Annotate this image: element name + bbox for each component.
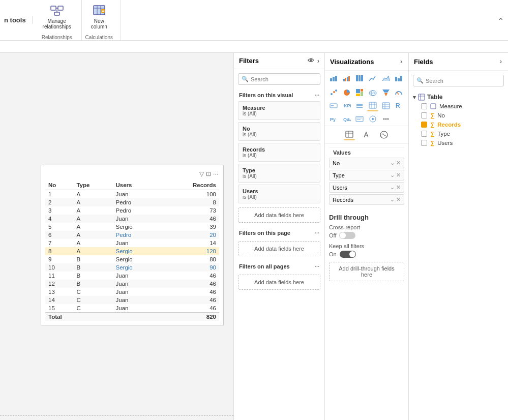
viz-python[interactable]: Py xyxy=(328,113,339,125)
table-row: 46 xyxy=(159,272,219,280)
value-chevron-icon[interactable]: ⌄ xyxy=(390,172,395,178)
all-pages-filters-dots[interactable]: ··· xyxy=(315,263,319,269)
viz-line[interactable] xyxy=(367,73,378,84)
value-remove-icon[interactable]: ✕ xyxy=(396,184,401,191)
viz-arcgis[interactable] xyxy=(367,113,378,125)
value-remove-icon[interactable]: ✕ xyxy=(396,160,401,166)
filter-name: No xyxy=(243,126,316,132)
viz-more[interactable] xyxy=(380,113,392,125)
visual-filters-dots[interactable]: ··· xyxy=(315,92,319,98)
field-item-no[interactable]: ∑ No xyxy=(413,111,504,120)
toolbar: n tools Managerelationships Relationship… xyxy=(0,0,508,41)
field-group-header-table[interactable]: ▾ Table xyxy=(413,93,504,102)
viz-r-visual[interactable]: R xyxy=(393,100,404,111)
viz-pie[interactable] xyxy=(341,87,352,98)
svg-line-37 xyxy=(397,92,399,95)
fields-panel-expand-icon[interactable]: › xyxy=(499,57,503,66)
filters-search-box[interactable]: 🔍 xyxy=(238,73,320,85)
value-row-val-no: No⌄✕ xyxy=(329,158,404,168)
svg-rect-55 xyxy=(356,116,363,122)
field-checkbox[interactable] xyxy=(421,140,427,146)
viz-funnel[interactable] xyxy=(380,87,392,98)
field-item-measure[interactable]: Measure xyxy=(413,102,504,111)
svg-rect-22 xyxy=(395,77,397,81)
viz-gauge[interactable] xyxy=(393,87,404,98)
filter-icon[interactable]: ▽ xyxy=(199,170,204,177)
table-visual-header: ▽ ⊡ ··· xyxy=(45,169,219,178)
filter-value: is (All) xyxy=(243,132,316,137)
svg-point-62 xyxy=(387,118,389,120)
viz-clustered-bar[interactable] xyxy=(341,73,352,84)
collapse-ribbon-button[interactable]: ⌃ xyxy=(497,16,504,26)
filters-visibility-icon[interactable]: 👁 xyxy=(308,57,314,65)
filter-card-no[interactable]: Nois (All) xyxy=(238,122,320,141)
build-visual-analytics-icon[interactable] xyxy=(378,129,390,140)
filters-search-input[interactable] xyxy=(251,76,317,82)
svg-rect-44 xyxy=(369,102,376,108)
focus-icon[interactable]: ⊡ xyxy=(206,170,211,177)
cross-report-toggle[interactable] xyxy=(339,232,355,239)
viz-matrix[interactable] xyxy=(380,100,392,111)
add-all-pages-fields-button[interactable]: Add data fields here xyxy=(238,275,320,290)
build-visual-format-icon[interactable] xyxy=(361,129,372,140)
viz-treemap[interactable] xyxy=(354,87,365,98)
more-options-icon[interactable]: ··· xyxy=(213,170,218,177)
cross-report-label: Cross-report xyxy=(329,224,404,230)
keep-filters-toggle[interactable] xyxy=(340,251,356,258)
svg-marker-36 xyxy=(384,93,387,96)
value-chevron-icon[interactable]: ⌄ xyxy=(390,160,395,166)
table-row: 80 xyxy=(159,255,219,263)
viz-scatter[interactable] xyxy=(328,87,339,98)
svg-rect-30 xyxy=(361,92,363,96)
drill-through-section: Drill through Cross-report Off Keep all … xyxy=(325,209,408,285)
filter-card-records[interactable]: Recordsis (All) xyxy=(238,143,320,162)
field-item-type[interactable]: ∑ Type xyxy=(413,129,504,138)
manage-relationships-button[interactable]: Managerelationships xyxy=(39,0,75,32)
build-visual-fields-icon[interactable] xyxy=(344,129,355,140)
viz-100-stacked[interactable] xyxy=(354,73,365,84)
fields-search-box[interactable]: 🔍 xyxy=(413,75,504,86)
filter-card-measure[interactable]: Measureis (All) xyxy=(238,101,320,120)
table-row: A xyxy=(73,223,112,231)
viz-map[interactable] xyxy=(367,87,378,98)
value-chevron-icon[interactable]: ⌄ xyxy=(390,196,395,203)
value-remove-icon[interactable]: ✕ xyxy=(396,196,401,203)
add-drill-fields-button[interactable]: Add drill-through fields here xyxy=(329,262,404,281)
field-checkbox[interactable] xyxy=(421,131,427,137)
viz-smartnarrative[interactable] xyxy=(354,113,365,125)
value-remove-icon[interactable]: ✕ xyxy=(396,172,401,178)
field-item-users[interactable]: ∑ Users xyxy=(413,138,504,147)
field-item-records[interactable]: ∑ Records xyxy=(413,120,504,129)
svg-point-27 xyxy=(335,89,337,92)
viz-stacked-bar[interactable] xyxy=(328,73,339,84)
field-checkbox[interactable] xyxy=(421,122,427,128)
viz-column[interactable] xyxy=(393,73,404,84)
value-chevron-icon[interactable]: ⌄ xyxy=(390,184,395,191)
new-column-button[interactable]: Newcolumn xyxy=(84,0,114,32)
filter-card-type[interactable]: Typeis (All) xyxy=(238,164,320,183)
value-label: Users xyxy=(333,185,347,191)
add-visual-fields-button[interactable]: Add data fields here xyxy=(238,207,320,223)
fields-search-input[interactable] xyxy=(426,78,500,84)
table-row: Juan xyxy=(113,239,160,247)
values-section: Values No⌄✕Type⌄✕Users⌄✕Records⌄✕ xyxy=(325,144,408,209)
field-checkbox[interactable] xyxy=(421,103,427,109)
svg-rect-29 xyxy=(361,89,363,92)
viz-panel-expand-icon[interactable]: › xyxy=(399,57,403,66)
canvas-bottom-line xyxy=(0,415,233,416)
svg-rect-63 xyxy=(346,131,353,137)
viz-table[interactable] xyxy=(367,100,378,111)
table-row: Sergio xyxy=(113,247,160,255)
viz-area[interactable] xyxy=(380,73,392,84)
filter-card-users[interactable]: Usersis (All) xyxy=(238,185,320,203)
filters-expand-icon[interactable]: › xyxy=(317,57,319,65)
viz-card[interactable] xyxy=(328,100,339,111)
viz-slicer[interactable] xyxy=(354,100,365,111)
field-checkbox[interactable] xyxy=(421,112,427,118)
field-group-name: Table xyxy=(427,94,442,101)
table-row: A xyxy=(73,198,112,206)
page-filters-dots[interactable]: ··· xyxy=(315,230,319,236)
viz-qna[interactable]: Q&A xyxy=(341,113,352,125)
viz-kpi[interactable]: KPI xyxy=(341,100,352,111)
add-page-fields-button[interactable]: Add data fields here xyxy=(238,241,320,256)
